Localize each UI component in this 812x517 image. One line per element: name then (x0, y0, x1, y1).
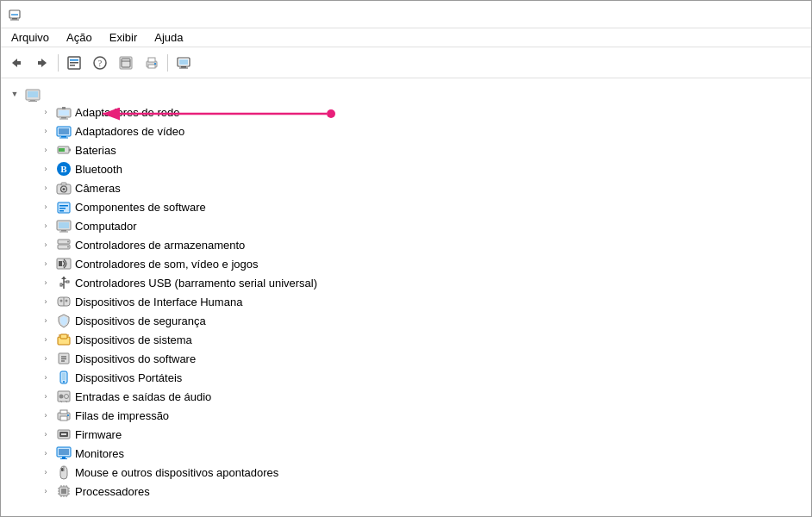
svg-rect-9 (70, 59, 78, 61)
svg-rect-104 (61, 489, 66, 494)
window-controls (685, 1, 804, 28)
item-label: Mouse e outros dispositivos apontadores (75, 466, 278, 479)
print-button[interactable] (140, 51, 164, 75)
item-label: Dispositivos Portáteis (75, 371, 182, 384)
list-item[interactable]: › Controladores de armazenamento (35, 235, 804, 254)
expand-icon[interactable]: › (39, 105, 53, 119)
svg-text:?: ? (98, 59, 103, 68)
item-label: Controladores de som, vídeo e jogos (75, 258, 258, 271)
svg-rect-26 (28, 91, 38, 97)
svg-point-72 (60, 300, 63, 302)
device-button[interactable] (172, 51, 196, 75)
list-item[interactable]: › Baterias (35, 140, 804, 159)
list-item[interactable]: › Mouse e outros dispositivos apontadore… (35, 463, 804, 482)
list-item[interactable]: › Dispositivos do software (35, 349, 804, 368)
list-item[interactable]: › Adaptadores de vídeo (35, 121, 804, 140)
minimize-button[interactable] (685, 1, 725, 28)
item-label: Dispositivos de segurança (75, 315, 206, 327)
list-item[interactable]: › Dispositivos de segurança (35, 311, 804, 330)
svg-rect-68 (60, 283, 62, 286)
close-button[interactable] (765, 1, 804, 28)
item-label: Dispositivos do software (75, 352, 196, 365)
expand-icon[interactable]: › (39, 371, 53, 384)
list-item[interactable]: › Dispositivos Portáteis (35, 368, 804, 387)
menu-acao[interactable]: Ação (59, 29, 99, 46)
list-item[interactable]: › B Bluetooth (35, 159, 804, 178)
expand-icon[interactable]: › (39, 238, 53, 252)
svg-point-60 (67, 241, 69, 243)
list-item[interactable]: › Controladores de som, vídeo e jogos (35, 254, 804, 273)
list-item[interactable]: › Filas de impressão (35, 406, 804, 425)
print-icon (56, 408, 72, 423)
expand-icon[interactable]: › (39, 143, 53, 157)
svg-rect-57 (59, 232, 68, 233)
expand-icon[interactable]: › (39, 295, 53, 308)
item-label: Monitores (75, 447, 124, 460)
expand-icon[interactable]: › (39, 484, 53, 498)
list-item[interactable]: › Componentes de software (35, 197, 804, 216)
expand-icon[interactable]: › (39, 352, 53, 365)
svg-rect-11 (70, 65, 75, 66)
app-icon (8, 8, 22, 22)
list-item[interactable]: › Entradas e saídas de áudio (35, 387, 804, 406)
list-item[interactable]: › Controladores USB (barramento serial u… (35, 273, 804, 292)
back-button[interactable] (4, 51, 28, 75)
expand-icon[interactable]: › (39, 333, 53, 346)
item-label: Dispositivos de Interface Humana (75, 296, 242, 308)
battery-icon (56, 142, 72, 158)
expand-icon[interactable]: › (39, 181, 53, 195)
list-item[interactable]: › (35, 482, 804, 501)
svg-rect-35 (59, 128, 69, 134)
svg-rect-7 (38, 61, 41, 65)
storage-icon (56, 237, 72, 252)
forward-button[interactable] (30, 51, 54, 75)
expand-icon[interactable]: › (39, 276, 53, 290)
menu-ajuda[interactable]: Ajuda (147, 29, 190, 46)
item-label: Entradas e saídas de áudio (75, 390, 211, 403)
list-item[interactable]: › Firmware (35, 425, 804, 444)
list-item[interactable]: › Monitores (35, 444, 804, 463)
list-item[interactable]: › Dispositivos de sistema (35, 330, 804, 349)
svg-rect-1 (12, 18, 17, 20)
toolbar-separator-2 (167, 54, 168, 72)
expand-icon[interactable]: › (39, 162, 53, 176)
svg-rect-92 (60, 416, 67, 420)
item-label: Adaptadores de rede (75, 106, 179, 119)
expand-icon[interactable]: › (39, 257, 53, 271)
expand-icon[interactable]: › (39, 219, 53, 233)
expand-icon[interactable]: › (39, 389, 53, 403)
menu-arquivo[interactable]: Arquivo (4, 29, 56, 46)
svg-rect-32 (59, 119, 68, 120)
sound-icon (56, 256, 72, 271)
svg-rect-24 (179, 59, 188, 65)
svg-point-73 (66, 300, 68, 302)
item-label: Componentes de software (75, 201, 206, 214)
menu-bar: Arquivo Ação Exibir Ajuda (1, 28, 811, 47)
svg-rect-2 (10, 19, 19, 20)
root-expand-arrow[interactable]: ▼ (8, 87, 22, 101)
mouse-icon (56, 464, 72, 480)
expand-icon[interactable]: › (39, 427, 53, 441)
list-item[interactable]: › Adaptadores de rede (35, 103, 804, 121)
device-tree: ▼ › (1, 82, 811, 504)
expand-icon[interactable]: › (39, 408, 53, 422)
help-button[interactable]: ? (88, 51, 112, 75)
expand-icon[interactable]: › (39, 200, 53, 214)
expand-icon[interactable]: › (39, 314, 53, 327)
svg-rect-102 (61, 468, 64, 471)
item-label: Controladores de armazenamento (75, 239, 245, 252)
svg-rect-18 (148, 58, 155, 62)
list-item[interactable]: › Computador (35, 216, 804, 235)
properties-button[interactable] (62, 51, 86, 75)
svg-rect-30 (59, 110, 69, 115)
svg-marker-4 (12, 59, 17, 67)
menu-exibir[interactable]: Exibir (103, 29, 145, 46)
list-item[interactable]: › Dispositivos de Interface Humana (35, 292, 804, 311)
update-button[interactable] (114, 51, 138, 75)
expand-icon[interactable]: › (39, 465, 53, 479)
expand-icon[interactable]: › (39, 446, 53, 460)
maximize-button[interactable] (725, 1, 765, 28)
list-item[interactable]: › Câmeras (35, 178, 804, 197)
svg-rect-33 (62, 107, 66, 109)
expand-icon[interactable]: › (39, 124, 53, 138)
